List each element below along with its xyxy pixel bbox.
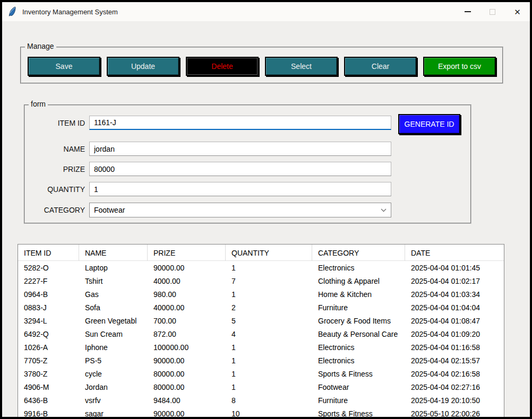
table-row[interactable]: 6492-Q Sun Cream 872.00 4 Beauty & Perso… — [18, 327, 504, 341]
manage-frame-label: Manage — [25, 42, 56, 50]
select-button[interactable]: Select — [265, 57, 338, 76]
table-cell: Furniture — [312, 396, 405, 405]
category-combobox[interactable]: Footwear — [89, 203, 391, 217]
column-header-category[interactable]: CATEGORY — [312, 245, 405, 261]
table-cell: 90000.00 — [148, 409, 226, 418]
table-cell: 1 — [226, 343, 312, 352]
table-cell: Electronics — [312, 343, 405, 352]
table-cell: 3294-L — [18, 317, 79, 325]
table-cell: Footwear — [312, 383, 405, 391]
table-cell: Furniture — [312, 303, 405, 312]
manage-button-row: Save Update Delete Select Clear Export t… — [21, 48, 502, 76]
table-row[interactable]: 2227-F Tshirt 4000.00 7 Clothing & Appar… — [18, 274, 504, 287]
table-cell: 2025-04-04 02:15:57 — [405, 356, 504, 365]
table-row[interactable]: 3780-Z cycle 80000.00 1 Sports & Fitness… — [18, 367, 504, 380]
table-cell: Sofa — [79, 303, 148, 312]
table-row[interactable]: 4906-M Jordan 80000.00 1 Footwear 2025-0… — [18, 380, 504, 394]
prize-label: PRIZE — [25, 165, 85, 173]
item-id-row: ITEM ID — [25, 116, 391, 130]
column-header-date[interactable]: DATE — [405, 245, 504, 261]
table-cell: 1 — [226, 370, 312, 378]
table-cell: 8 — [226, 396, 312, 405]
table-cell: 980.00 — [148, 290, 226, 299]
delete-button[interactable]: Delete — [186, 57, 259, 76]
item-id-input[interactable] — [89, 116, 391, 130]
manage-frame: Manage Save Update Delete Select Clear E… — [20, 47, 503, 84]
table-cell: Jordan — [79, 383, 148, 391]
table-cell: 90000.00 — [148, 356, 226, 365]
table-cell: 2025-04-04 01:01:45 — [405, 264, 504, 272]
update-button[interactable]: Update — [107, 57, 179, 76]
table-cell: PS-5 — [79, 356, 148, 365]
table-cell: 7 — [226, 277, 312, 285]
table-cell: 2025-04-04 01:08:47 — [405, 317, 504, 325]
form-frame-label: form — [29, 100, 48, 108]
minimize-button[interactable] — [455, 2, 480, 21]
name-input[interactable] — [89, 142, 391, 156]
table-row[interactable]: 0964-B Gas 980.00 1 Home & Kitchen 2025-… — [18, 287, 504, 301]
save-button[interactable]: Save — [28, 57, 100, 76]
table-cell: 6492-Q — [18, 330, 79, 338]
table-cell: 80000.00 — [148, 370, 226, 378]
table-cell: 700.00 — [148, 317, 226, 325]
table-cell: 7705-Z — [18, 356, 79, 365]
table-row[interactable]: 9916-B sagar 90000.00 10 Sports & Fitnes… — [18, 407, 504, 419]
column-header-item-id[interactable]: ITEM ID — [18, 245, 79, 261]
table-row[interactable]: 0883-J Sofa 40000.00 2 Furniture 2025-04… — [18, 301, 504, 314]
table-cell: Sports & Fitness — [312, 370, 405, 378]
table-row[interactable]: 7705-Z PS-5 90000.00 1 Electronics 2025-… — [18, 354, 504, 367]
table-cell: Sports & Fitness — [312, 409, 405, 418]
form-frame: form ITEM ID GENERATE ID NAME PRIZE QUAN… — [24, 104, 471, 224]
table-cell: Sun Cream — [79, 330, 148, 338]
table-cell: 90000.00 — [148, 264, 226, 272]
maximize-button[interactable] — [480, 2, 505, 21]
window-controls: ✕ — [455, 2, 530, 21]
quantity-row: QUANTITY — [25, 182, 391, 196]
table-cell: 2025-04-04 01:16:58 — [405, 343, 504, 352]
table-cell: Tshirt — [79, 277, 148, 285]
close-button[interactable]: ✕ — [505, 2, 530, 21]
table-header: ITEM ID NAME PRIZE QUANTITY CATEGORY DAT… — [18, 245, 504, 261]
window-title: Inventory Management System — [22, 8, 118, 16]
table-cell: Iphone — [79, 343, 148, 352]
quantity-input[interactable] — [89, 182, 391, 196]
table-cell: Gas — [79, 290, 148, 299]
table-cell: 2025-05-10 22:00:26 — [405, 409, 504, 418]
table-cell: 3780-Z — [18, 370, 79, 378]
table-cell: 2025-04-04 02:16:58 — [405, 370, 504, 378]
clear-button[interactable]: Clear — [344, 57, 417, 76]
column-header-prize[interactable]: PRIZE — [148, 245, 226, 261]
table-cell: 4 — [226, 330, 312, 338]
chevron-down-icon — [381, 208, 387, 212]
table-cell: sagar — [79, 409, 148, 418]
table-cell: 80000.00 — [148, 383, 226, 391]
table-row[interactable]: 1026-A Iphone 100000.00 1 Electronics 20… — [18, 341, 504, 354]
export-csv-button[interactable]: Export to csv — [423, 57, 496, 76]
category-row: CATEGORY Footwear — [25, 203, 391, 217]
table-cell: Laptop — [79, 264, 148, 272]
table-cell: Clothing & Apparel — [312, 277, 405, 285]
table-row[interactable]: 3294-L Green Vegetabl 700.00 5 Grocery &… — [18, 314, 504, 327]
table-cell: vsrfv — [79, 396, 148, 405]
table-cell: 9916-B — [18, 409, 79, 418]
table-cell: 1 — [226, 264, 312, 272]
item-id-label: ITEM ID — [25, 119, 85, 127]
table-cell: 2025-04-04 01:02:17 — [405, 277, 504, 285]
table-cell: Green Vegetabl — [79, 317, 148, 325]
column-header-quantity[interactable]: QUANTITY — [226, 245, 312, 261]
app-window: Inventory Management System ✕ Manage Sav… — [0, 0, 532, 419]
quantity-label: QUANTITY — [25, 185, 85, 194]
titlebar: Inventory Management System ✕ — [2, 2, 530, 21]
table-cell: 5282-O — [18, 264, 79, 272]
table-cell: 1 — [226, 383, 312, 391]
table-row[interactable]: 6436-B vsrfv 9484.00 8 Furniture 2025-04… — [18, 394, 504, 407]
table-row[interactable]: 5282-O Laptop 90000.00 1 Electronics 202… — [18, 261, 504, 274]
table-cell: 1 — [226, 290, 312, 299]
column-header-name[interactable]: NAME — [79, 245, 148, 261]
table-cell: Electronics — [312, 264, 405, 272]
generate-id-button[interactable]: GENERATE ID — [398, 114, 460, 134]
prize-input[interactable] — [89, 162, 391, 176]
table-cell: 10 — [226, 409, 312, 418]
table-cell: 100000.00 — [148, 343, 226, 352]
table-cell: 2025-04-04 01:04:04 — [405, 303, 504, 312]
